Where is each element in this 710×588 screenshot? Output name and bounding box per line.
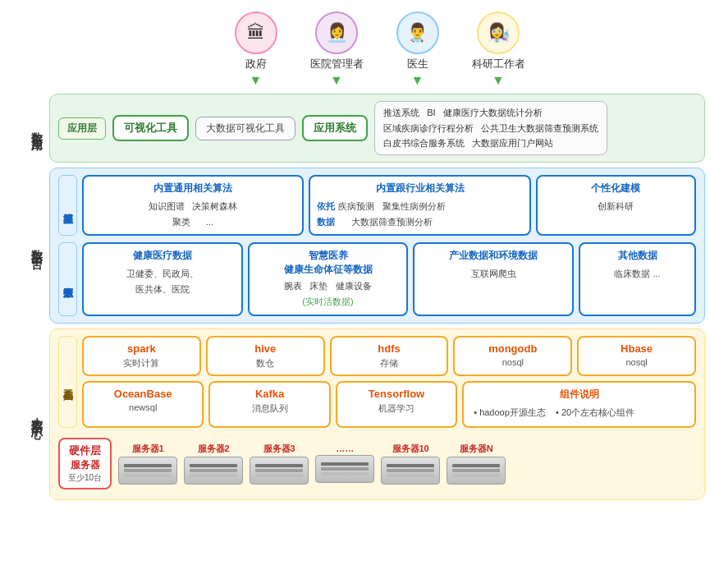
tools-label: 基础工具 xyxy=(58,336,77,428)
algo-box-industry: 内置跟行业相关算法 依托数据 疾病预测 聚集性病例分析大数据筛查预测分析 xyxy=(309,175,530,236)
hw-label-box: 硬件层 服务器 至少10台 xyxy=(58,438,112,489)
server-n: 服务器N xyxy=(447,443,506,485)
datasrc-health: 健康医疗数据 卫健委、民政局、医共体、医院 xyxy=(82,242,243,315)
system-list-box: 推送系统 BI 健康医疗大数据统计分析 区域疾病诊疗行程分析 公共卫生大数据筛查… xyxy=(374,101,607,155)
algo-label: 算法模型 xyxy=(58,175,77,236)
user-label-gov: 政府 xyxy=(245,57,267,71)
tool-kafka: Kafka 消息队列 xyxy=(208,381,330,428)
data-app-outer-label: 数据应用 xyxy=(28,94,46,163)
arrow-hospital: ▼ xyxy=(330,74,343,87)
data-app-section: 数据应用 应用层 可视化工具 大数据可视化工具 应用系统 推送系统 BI 健康医… xyxy=(28,94,705,163)
datasrc-other: 其他数据 临床数据 ... xyxy=(579,242,696,315)
component-box: 组件说明 • hadoop开源生态 • 20个左右核心组件 xyxy=(462,381,696,428)
server-10: 服务器10 xyxy=(381,443,440,485)
tool-hdfs: hdfs 存储 xyxy=(330,336,449,376)
outer-label-bigdata xyxy=(5,342,25,500)
server-dots: …… xyxy=(315,443,374,483)
server-3: 服务器3 xyxy=(250,443,309,485)
tool-hive: hive 数仓 xyxy=(206,336,325,376)
viz-tool-box: 可视化工具 xyxy=(112,115,189,141)
algo-box-custom: 个性化建模 创新科研 xyxy=(536,175,696,236)
datasrc-smart: 智慧医养健康生命体征等数据 腕表 床垫 健康设备(实时活数据) xyxy=(248,242,409,315)
tool-hbase: Hbase nosql xyxy=(577,336,696,376)
viz-desc-box: 大数据可视化工具 xyxy=(195,117,295,140)
user-item-gov: 🏛 政府 ▼ xyxy=(235,11,277,87)
user-label-researcher: 科研工作者 xyxy=(472,57,525,71)
app-system-box: 应用系统 xyxy=(302,115,368,141)
algo-box-general: 内置通用相关算法 知识图谱 决策树森林聚类 ... xyxy=(82,175,304,236)
user-item-doctor: 👨‍⚕️ 医生 ▼ xyxy=(396,11,439,87)
tool-tensorflow: Tensorflow 机器学习 xyxy=(336,381,457,428)
outer-label-data-app xyxy=(5,94,25,151)
user-item-researcher: 👩‍🔬 科研工作者 ▼ xyxy=(472,11,525,87)
layer-tag: 应用层 xyxy=(58,117,106,140)
user-label-hospital: 医院管理者 xyxy=(310,57,364,71)
bigdata-outer-label: 大数据中心 xyxy=(28,328,46,500)
data-platform-outer-label: 数据中台 xyxy=(28,168,46,324)
tool-oceanbase: OceanBase newsql xyxy=(82,381,204,428)
data-platform-section: 数据中台 算法模型 内置通用相关算法 知识图谱 决策树森林聚类 ... xyxy=(28,168,705,324)
arrow-gov: ▼ xyxy=(250,74,263,87)
datasrc-label: 数据来源 xyxy=(58,242,77,315)
user-label-doctor: 医生 xyxy=(407,57,428,71)
server-2: 服务器2 xyxy=(184,443,243,485)
outer-label-data-platform xyxy=(5,156,25,337)
server-1: 服务器1 xyxy=(118,443,177,485)
bigdata-section: 大数据中心 基础工具 spark 实时计算 xyxy=(28,328,705,500)
arrow-researcher: ▼ xyxy=(492,74,505,87)
datasrc-industry: 产业数据和环境数据 互联网爬虫 xyxy=(413,242,574,315)
tool-spark: spark 实时计算 xyxy=(82,336,201,376)
tool-mongodb: mongodb nosql xyxy=(453,336,572,376)
arrow-doctor: ▼ xyxy=(411,74,424,87)
user-item-hospital: 👩‍💼 医院管理者 ▼ xyxy=(310,11,364,87)
